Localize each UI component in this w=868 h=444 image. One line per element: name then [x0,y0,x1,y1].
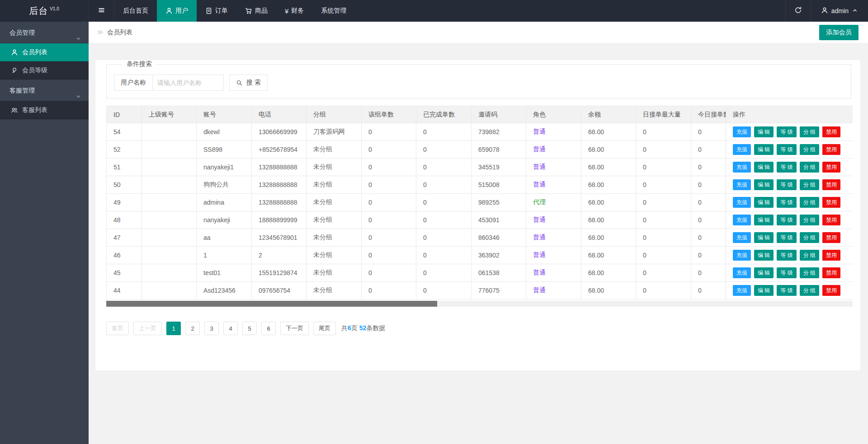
edit-button[interactable]: 编 辑 [754,162,774,173]
pagination-last[interactable]: 尾页 [313,322,336,335]
pagination-page-1[interactable]: 1 [166,322,181,335]
cell-invite: 860346 [472,229,526,247]
pagination-page-5[interactable]: 5 [242,322,257,335]
cell-group: 刀客源码网 [307,123,362,141]
nav-home-label: 后台首页 [123,7,148,15]
table-row: 44Asd123456097656754未分组00776075普通68.0000 [107,282,773,299]
cell-group_orders: 0 [362,123,416,141]
group-button[interactable]: 分 组 [800,179,819,190]
edit-button[interactable]: 编 辑 [754,144,774,155]
nav-finance[interactable]: ¥财务 [276,0,312,22]
sidebar-item-member-level[interactable]: 会员等级 [0,61,89,79]
disable-button[interactable]: 禁用 [822,215,840,225]
group-button[interactable]: 分 组 [800,232,819,243]
edit-button[interactable]: 编 辑 [754,197,774,208]
edit-button[interactable]: 编 辑 [754,250,774,261]
column-header-daily_max: 日接单最大量 [636,106,691,123]
group-button[interactable]: 分 组 [800,215,819,225]
level-button[interactable]: 等 级 [777,285,796,296]
pagination-summary: 共6页 52条数据 [341,324,385,332]
group-button[interactable]: 分 组 [800,144,819,155]
level-button[interactable]: 等 级 [777,232,796,243]
edit-button[interactable]: 编 辑 [754,232,774,243]
refresh-icon [794,6,802,16]
level-button[interactable]: 等 级 [777,179,796,190]
username-input[interactable] [152,75,224,91]
level-button[interactable]: 等 级 [777,126,796,137]
table-row-actions: 充值编 辑等 级分 组禁用 [726,123,853,141]
edit-button[interactable]: 编 辑 [754,126,774,137]
sidebar-group-member[interactable]: 会员管理 [0,22,89,43]
cell-parent [142,264,197,282]
recharge-button[interactable]: 充值 [733,179,751,190]
column-header-group: 分组 [307,106,362,123]
recharge-button[interactable]: 充值 [733,285,751,296]
scrollbar-thumb[interactable] [106,301,437,307]
level-button[interactable]: 等 级 [777,250,796,261]
pagination-page-6[interactable]: 6 [261,322,276,335]
pagination-prev[interactable]: 上一页 [133,322,162,335]
level-button[interactable]: 等 级 [777,215,796,225]
group-button[interactable]: 分 组 [800,285,819,296]
refresh-button[interactable] [785,0,811,22]
disable-button[interactable]: 禁用 [822,179,840,190]
edit-button[interactable]: 编 辑 [754,215,774,225]
user-icon [165,7,173,14]
level-button[interactable]: 等 级 [777,197,796,208]
group-button[interactable]: 分 组 [800,197,819,208]
disable-button[interactable]: 禁用 [822,250,840,261]
nav-goods[interactable]: 商品 [236,0,276,22]
cell-completed: 0 [416,141,472,159]
disable-button[interactable]: 禁用 [822,162,840,173]
column-header-group_orders: 该组单数 [362,106,416,123]
nav-home[interactable]: 后台首页 [114,0,157,22]
recharge-button[interactable]: 充值 [733,232,751,243]
main-content: 会员列表 添加会员 条件搜索 用户名称 搜 索 [89,22,868,444]
pagination-page-3[interactable]: 3 [204,322,219,335]
recharge-button[interactable]: 充值 [733,162,751,173]
edit-button[interactable]: 编 辑 [754,285,774,296]
pagination-page-4[interactable]: 4 [223,322,238,335]
sidebar-group-service[interactable]: 客服管理 [0,79,89,101]
nav-users[interactable]: 用户 [157,0,197,22]
group-button[interactable]: 分 组 [800,267,819,278]
disable-button[interactable]: 禁用 [822,232,840,243]
admin-menu[interactable]: admin [811,0,868,22]
level-button[interactable]: 等 级 [777,162,796,173]
cell-account: Asd123456 [197,282,252,299]
search-button[interactable]: 搜 索 [229,75,268,91]
disable-button[interactable]: 禁用 [822,285,840,296]
sidebar-collapse-button[interactable] [89,0,114,22]
cell-role: 普通 [526,159,581,176]
recharge-button[interactable]: 充值 [733,250,751,261]
nav-system[interactable]: 系统管理 [312,0,355,22]
pagination-first[interactable]: 首页 [106,322,129,335]
edit-button[interactable]: 编 辑 [754,179,774,190]
recharge-button[interactable]: 充值 [733,197,751,208]
group-button[interactable]: 分 组 [800,250,819,261]
recharge-button[interactable]: 充值 [733,215,751,225]
cell-id: 50 [107,176,142,194]
level-button[interactable]: 等 级 [777,267,796,278]
cell-group_orders: 0 [362,282,416,299]
edit-button[interactable]: 编 辑 [754,267,774,278]
username-label: 用户名称 [114,75,153,91]
group-button[interactable]: 分 组 [800,126,819,137]
pagination-next[interactable]: 下一页 [280,322,309,335]
group-button[interactable]: 分 组 [800,162,819,173]
level-button[interactable]: 等 级 [777,144,796,155]
nav-goods-label: 商品 [255,7,268,15]
horizontal-scrollbar[interactable] [106,301,853,307]
recharge-button[interactable]: 充值 [733,267,751,278]
table-row-actions: 充值编 辑等 级分 组禁用 [726,264,853,282]
add-member-button[interactable]: 添加会员 [819,25,859,40]
pagination-page-2[interactable]: 2 [185,322,200,335]
disable-button[interactable]: 禁用 [822,126,840,137]
disable-button[interactable]: 禁用 [822,267,840,278]
recharge-button[interactable]: 充值 [733,126,751,137]
recharge-button[interactable]: 充值 [733,144,751,155]
cell-group: 未分组 [307,264,362,282]
disable-button[interactable]: 禁用 [822,197,840,208]
disable-button[interactable]: 禁用 [822,144,840,155]
nav-orders[interactable]: 订单 [197,0,236,22]
